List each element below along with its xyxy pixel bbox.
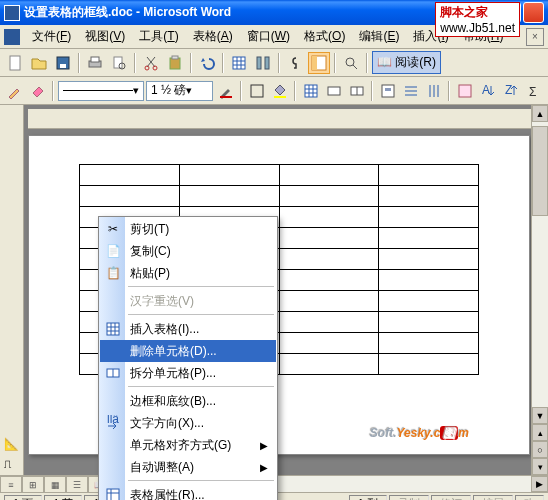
border-color-icon[interactable] [215,80,236,102]
svg-rect-0 [10,56,20,70]
table-props-icon [104,486,122,500]
status-ext[interactable]: 扩展 [473,495,513,501]
insert-table-button-icon[interactable] [300,80,321,102]
paste-icon[interactable] [164,52,186,74]
tab-icon[interactable]: ⎍ [4,457,19,471]
cm-paste[interactable]: 📋粘贴(P) [100,262,276,284]
zoom-icon[interactable] [340,52,362,74]
split-icon [104,364,122,382]
svg-rect-2 [60,64,66,68]
horizontal-ruler[interactable] [28,109,544,129]
svg-text:Z: Z [505,83,512,97]
menu-view[interactable]: 视图(V) [79,26,131,47]
status-rec[interactable]: 录制 [389,495,429,501]
shading-color-icon[interactable] [269,80,290,102]
status-rev[interactable]: 修订 [431,495,471,501]
prev-page-button[interactable]: ▴ [532,424,548,441]
chevron-right-icon: ▶ [260,440,268,451]
outline-view-button[interactable]: ☰ [66,476,88,493]
print-icon[interactable] [84,52,106,74]
close-document-button[interactable]: × [526,28,544,46]
cm-borders-shading[interactable]: 边框和底纹(B)... [100,390,276,412]
svg-rect-21 [328,87,340,95]
menu-table[interactable]: 表格(A) [187,26,239,47]
cm-copy[interactable]: 📄复制(C) [100,240,276,262]
cm-insert-table[interactable]: 插入表格(I)... [100,318,276,340]
line-weight-select[interactable]: 1 ½ 磅 ▾ [146,81,213,101]
document-map-icon[interactable] [308,52,330,74]
svg-text:A: A [482,83,490,97]
status-ovr[interactable]: 改 [515,495,544,501]
vertical-ruler: 📐 ⎍ [0,105,24,475]
paste-icon: 📋 [104,264,122,282]
cut-icon[interactable] [140,52,162,74]
cm-cut[interactable]: ✂剪切(T) [100,218,276,240]
status-section: 1 节 [44,495,82,501]
save-icon[interactable] [52,52,74,74]
svg-rect-19 [274,96,286,98]
cm-autofit[interactable]: 自动调整(A)▶ [100,456,276,478]
merge-cells-icon[interactable] [323,80,344,102]
scroll-thumb[interactable] [532,126,548,216]
undo-icon[interactable] [196,52,218,74]
print-view-button[interactable]: ▦ [44,476,66,493]
reading-layout-button[interactable]: 📖 阅读(R) [372,51,441,74]
print-preview-icon[interactable] [108,52,130,74]
select-browse-button[interactable]: ○ [532,441,548,458]
next-page-button[interactable]: ▾ [532,458,548,475]
eraser-icon[interactable] [27,80,48,102]
columns-icon[interactable] [252,52,274,74]
menu-format[interactable]: 格式(O) [298,26,351,47]
outside-border-icon[interactable] [246,80,267,102]
autosum-icon[interactable]: Σ [523,80,544,102]
cm-split-cells[interactable]: 拆分单元格(P)... [100,362,276,384]
scroll-right-button[interactable]: ▶ [531,476,548,492]
text-direction-icon: llâ [104,414,122,432]
web-view-button[interactable]: ⊞ [22,476,44,493]
menu-tools[interactable]: 工具(T) [133,26,184,47]
word-doc-icon [4,29,20,45]
menu-edit[interactable]: 编辑(E) [353,26,405,47]
distribute-cols-icon[interactable] [423,80,444,102]
cm-delete-cells[interactable]: 删除单元格(D)... [100,340,276,362]
draw-table-icon[interactable] [4,80,25,102]
menu-window[interactable]: 窗口(W) [241,26,296,47]
scroll-up-button[interactable]: ▲ [532,105,548,122]
table-icon[interactable] [228,52,250,74]
svg-rect-20 [305,85,317,97]
svg-rect-18 [251,85,263,97]
close-button[interactable] [523,2,544,23]
show-hide-icon[interactable] [284,52,306,74]
cm-table-properties[interactable]: 表格属性(R)... [100,484,276,500]
ruler-icon[interactable]: 📐 [4,437,19,451]
distribute-rows-icon[interactable] [400,80,421,102]
svg-point-16 [346,58,354,66]
word-app-icon [4,5,20,21]
sort-asc-icon[interactable]: A [477,80,498,102]
menu-file[interactable]: 文件(F) [26,26,77,47]
cm-cell-alignment[interactable]: 单元格对齐方式(G)▶ [100,434,276,456]
split-cells-icon[interactable] [346,80,367,102]
align-icon[interactable] [377,80,398,102]
svg-rect-9 [170,58,180,69]
status-page: 1 页 [4,495,42,501]
window-title: 设置表格的框线.doc - Microsoft Word [24,4,477,21]
cm-text-direction[interactable]: llâ文字方向(X)... [100,412,276,434]
site-watermark: 脚本之家 www.Jb51.net [435,2,520,37]
svg-rect-29 [107,323,119,335]
cm-hanzi-reselect[interactable]: 汉字重选(V) [100,290,276,312]
sort-desc-icon[interactable]: Z [500,80,521,102]
context-menu: ✂剪切(T) 📄复制(C) 📋粘贴(P) 汉字重选(V) 插入表格(I)... … [98,216,278,500]
svg-rect-17 [220,96,232,98]
new-icon[interactable] [4,52,26,74]
svg-rect-11 [233,57,245,69]
chevron-right-icon: ▶ [260,462,268,473]
normal-view-button[interactable]: ≡ [0,476,22,493]
svg-rect-10 [172,56,178,59]
open-icon[interactable] [28,52,50,74]
line-style-select[interactable]: ▾ [58,81,144,101]
scroll-down-button[interactable]: ▼ [532,407,548,424]
vertical-scrollbar[interactable]: ▲ ▼ ▴ ○ ▾ [531,105,548,475]
table-autoformat-icon[interactable] [454,80,475,102]
table-icon [104,320,122,338]
